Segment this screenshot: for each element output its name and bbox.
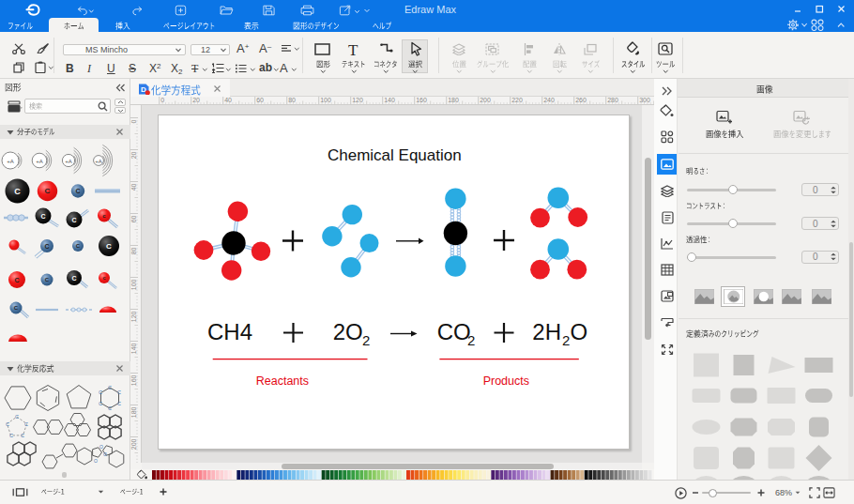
svg-text:C: C bbox=[45, 277, 50, 283]
svg-text:O: O bbox=[94, 458, 98, 464]
svg-text:c: c bbox=[102, 275, 105, 281]
svg-text:C: C bbox=[14, 277, 19, 283]
svg-text:C: C bbox=[14, 305, 19, 311]
svg-text:C: C bbox=[21, 433, 24, 438]
svg-text:Chemical Equation: Chemical Equation bbox=[328, 146, 462, 164]
svg-text:120: 120 bbox=[130, 311, 137, 322]
svg-text:2: 2 bbox=[562, 332, 570, 348]
svg-text:180: 180 bbox=[448, 97, 459, 103]
svg-text:C: C bbox=[71, 275, 76, 282]
svg-text:220: 220 bbox=[511, 97, 523, 103]
svg-text:20: 20 bbox=[130, 151, 137, 159]
svg-text:20: 20 bbox=[192, 97, 200, 103]
svg-text:C: C bbox=[99, 401, 102, 406]
svg-text:C: C bbox=[106, 242, 112, 251]
svg-text:120: 120 bbox=[352, 97, 363, 103]
svg-text:C: C bbox=[6, 421, 9, 427]
svg-text:2O: 2O bbox=[333, 319, 363, 344]
svg-text:180: 180 bbox=[130, 406, 137, 418]
svg-text:CO: CO bbox=[437, 319, 471, 344]
svg-text:C: C bbox=[76, 243, 81, 249]
svg-text:2H: 2H bbox=[532, 319, 561, 344]
svg-text:C: C bbox=[71, 217, 76, 223]
svg-text:140: 140 bbox=[130, 343, 137, 354]
svg-text:2: 2 bbox=[362, 332, 370, 348]
svg-text:C: C bbox=[117, 389, 121, 395]
svg-text:C: C bbox=[108, 405, 112, 411]
svg-text:+A: +A bbox=[95, 159, 102, 164]
svg-text:+A: +A bbox=[36, 159, 43, 164]
svg-text:Reactants: Reactants bbox=[256, 374, 309, 388]
svg-text:C: C bbox=[24, 421, 28, 427]
svg-text:C: C bbox=[75, 188, 80, 194]
svg-text:80: 80 bbox=[288, 97, 296, 103]
svg-text:0: 0 bbox=[130, 119, 137, 123]
svg-text:160: 160 bbox=[416, 97, 427, 103]
svg-text:O: O bbox=[103, 451, 107, 457]
svg-text:260: 260 bbox=[575, 97, 587, 103]
svg-text:200: 200 bbox=[130, 438, 137, 450]
svg-text:140: 140 bbox=[384, 97, 395, 103]
svg-text:40: 40 bbox=[224, 97, 232, 103]
svg-text:300: 300 bbox=[639, 97, 650, 103]
svg-text:+A: +A bbox=[7, 159, 14, 164]
svg-text:200: 200 bbox=[480, 97, 491, 103]
svg-text:40: 40 bbox=[130, 183, 137, 191]
svg-text:C: C bbox=[15, 414, 19, 420]
svg-text:Products: Products bbox=[483, 374, 529, 388]
svg-text:240: 240 bbox=[543, 97, 555, 103]
svg-text:C: C bbox=[117, 401, 121, 406]
svg-text:O: O bbox=[571, 319, 588, 344]
svg-text:C: C bbox=[40, 213, 45, 220]
svg-text:O: O bbox=[99, 444, 103, 450]
svg-text:60: 60 bbox=[130, 215, 137, 222]
svg-text:+A: +A bbox=[65, 159, 72, 164]
svg-text:100: 100 bbox=[320, 97, 331, 103]
svg-text:80: 80 bbox=[130, 247, 137, 254]
svg-text:100: 100 bbox=[130, 279, 137, 290]
svg-text:60: 60 bbox=[256, 97, 264, 103]
svg-text:C: C bbox=[45, 187, 51, 195]
svg-text:280: 280 bbox=[607, 97, 618, 103]
svg-text:0: 0 bbox=[160, 97, 164, 103]
svg-text:160: 160 bbox=[130, 374, 137, 386]
svg-text:C: C bbox=[9, 433, 13, 438]
svg-text:C: C bbox=[44, 243, 49, 250]
svg-text:C: C bbox=[14, 187, 21, 196]
svg-text:C: C bbox=[108, 385, 112, 390]
svg-text:C: C bbox=[99, 389, 102, 395]
svg-text:CH4: CH4 bbox=[207, 319, 252, 344]
svg-text:2: 2 bbox=[467, 332, 475, 348]
